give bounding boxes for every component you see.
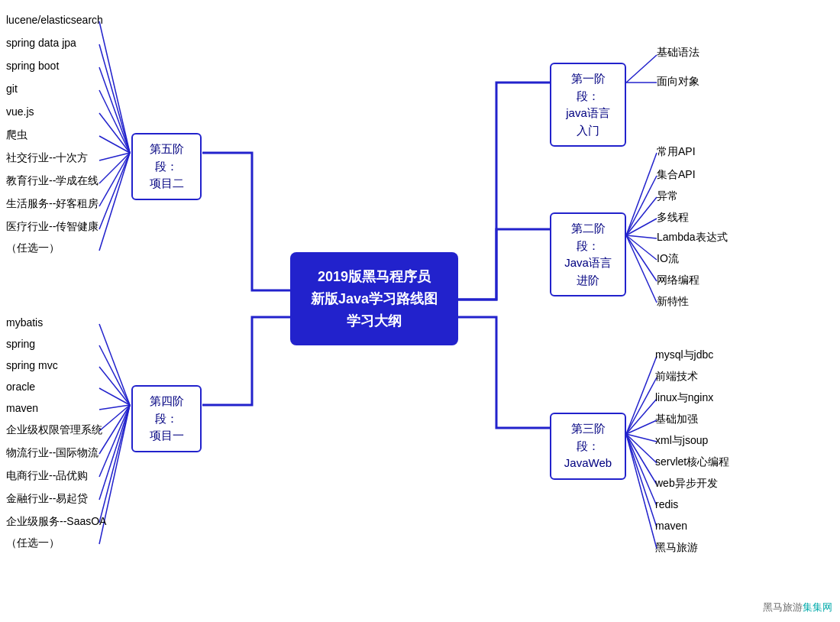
- svg-line-0: [626, 55, 657, 83]
- svg-line-39: [99, 405, 130, 500]
- leaf-stage3-0: mysql与jdbc: [655, 348, 713, 362]
- leaf-stage4-6: 物流行业--国际物流: [6, 446, 99, 460]
- center-node: 2019版黑马程序员 新版Java学习路线图学习大纲: [290, 252, 458, 345]
- leaf-stage4-0: mybatis: [6, 316, 43, 329]
- svg-line-11: [626, 377, 657, 434]
- svg-line-7: [626, 235, 657, 260]
- leaf-stage2-0: 常用API: [657, 145, 696, 159]
- leaf-stage5-9: 医疗行业--传智健康: [6, 220, 99, 234]
- svg-line-12: [626, 399, 657, 434]
- center-line2: 新版Java学习路线图学习大纲: [309, 288, 440, 332]
- stage3-box: 第三阶段： JavaWeb: [550, 413, 626, 480]
- leaf-stage3-2: linux与nginx: [655, 391, 713, 405]
- stage1-label1: 第一阶段：: [561, 70, 615, 105]
- leaf-stage4-7: 电商行业--品优购: [6, 469, 88, 483]
- leaf-stage4-4: maven: [6, 402, 38, 414]
- leaf-stage4-1: spring: [6, 338, 35, 350]
- svg-line-9: [626, 235, 657, 303]
- svg-line-33: [99, 367, 130, 405]
- leaf-stage3-4: xml与jsoup: [655, 434, 708, 448]
- svg-line-17: [626, 434, 657, 506]
- svg-line-6: [626, 235, 657, 238]
- stage4-label1: 第四阶段：: [142, 393, 191, 427]
- stage5-label1: 第五阶段：: [142, 141, 191, 175]
- leaf-stage3-3: 基础加强: [655, 413, 698, 426]
- leaf-stage2-2: 异常: [657, 190, 678, 203]
- svg-line-37: [99, 405, 130, 454]
- stage3-label2: JavaWeb: [561, 455, 615, 472]
- leaf-stage2-6: 网络编程: [657, 274, 699, 287]
- stage2-label2: Java语言进阶: [561, 254, 615, 289]
- leaf-stage1-0: 基础语法: [657, 46, 699, 60]
- stage5-label2: 项目二: [142, 175, 191, 193]
- stage3-label1: 第三阶段：: [561, 420, 615, 455]
- leaf-stage3-8: maven: [655, 520, 687, 532]
- leaf-stage4-10: （任选一）: [6, 536, 60, 550]
- svg-line-8: [626, 235, 657, 281]
- stage1-box: 第一阶段： java语言入门: [550, 63, 626, 147]
- leaf-stage2-4: Lambda表达式: [657, 231, 728, 245]
- leaf-stage5-0: lucene/elasticsearch: [6, 14, 103, 26]
- svg-line-40: [99, 405, 130, 523]
- stage2-label1: 第二阶段：: [561, 220, 615, 254]
- stage4-box: 第四阶段： 项目一: [131, 385, 202, 452]
- leaf-stage5-1: spring data jpa: [6, 37, 76, 49]
- leaf-stage3-7: redis: [655, 498, 678, 510]
- leaf-stage2-5: IO流: [657, 252, 679, 266]
- leaf-stage5-4: vue.js: [6, 105, 34, 118]
- leaf-stage2-7: 新特性: [657, 295, 689, 309]
- leaf-stage1-1: 面向对象: [657, 75, 699, 89]
- leaf-stage3-6: web异步开发: [655, 477, 718, 491]
- stage1-label2: java语言入门: [561, 105, 615, 139]
- stage2-box: 第二阶段： Java语言进阶: [550, 212, 626, 296]
- leaf-stage3-1: 前端技术: [655, 370, 698, 384]
- svg-line-31: [99, 324, 130, 405]
- stage5-box: 第五阶段： 项目二: [131, 133, 202, 200]
- leaf-stage5-8: 生活服务--好客租房: [6, 197, 99, 211]
- leaf-stage4-2: spring mvc: [6, 359, 58, 371]
- leaf-stage5-5: 爬虫: [6, 128, 27, 142]
- leaf-stage4-3: oracle: [6, 381, 35, 393]
- leaf-stage5-2: spring boot: [6, 60, 59, 72]
- leaf-stage4-5: 企业级权限管理系统: [6, 423, 102, 437]
- leaf-stage4-8: 金融行业--易起贷: [6, 492, 88, 506]
- svg-line-22: [99, 67, 130, 153]
- leaf-stage4-9: 企业级服务--SaasOA: [6, 515, 106, 529]
- leaf-stage2-1: 集合API: [657, 168, 696, 182]
- leaf-stage3-9: 黑马旅游: [655, 541, 698, 555]
- leaf-stage2-3: 多线程: [657, 211, 689, 225]
- leaf-stage3-5: servlet核心编程: [655, 455, 729, 469]
- stage4-label2: 项目一: [142, 427, 191, 445]
- leaf-stage5-10: （任选一）: [6, 241, 60, 255]
- center-line1: 2019版黑马程序员: [309, 266, 440, 288]
- svg-line-19: [626, 434, 657, 549]
- leaf-stage5-6: 社交行业--十次方: [6, 151, 88, 165]
- svg-line-2: [626, 153, 657, 235]
- leaf-stage5-3: git: [6, 83, 18, 95]
- svg-line-4: [626, 197, 657, 235]
- leaf-stage5-7: 教育行业--学成在线: [6, 174, 99, 188]
- svg-line-29: [99, 153, 130, 229]
